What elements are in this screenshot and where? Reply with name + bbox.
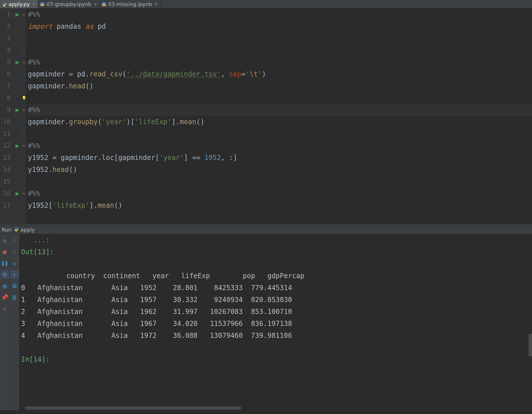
pause-icon[interactable]: ❚❚	[1, 260, 8, 267]
code-line[interactable]: #%%	[28, 104, 532, 116]
svg-point-9	[16, 230, 17, 231]
console-toolbar-right: ↑↓⇲⇱🖶🗑	[10, 234, 19, 410]
close-icon[interactable]: ×	[154, 2, 158, 7]
print-icon[interactable]: 🖶	[11, 282, 18, 289]
layout-icon[interactable]: ▤	[1, 282, 8, 289]
run-cell-icon[interactable]: ▶	[15, 106, 19, 113]
console-text	[21, 258, 532, 270]
run-cell-icon[interactable]: ▶	[15, 11, 19, 18]
close-icon[interactable]: ×	[93, 2, 97, 7]
import-icon[interactable]: ⇱	[11, 271, 18, 278]
pin-icon[interactable]: 📌	[1, 294, 8, 301]
code-line[interactable]: gapminder.head()	[28, 80, 532, 92]
fold-gutter: ⊟⊟⊟💡⊟⊟⊟⊟⊟	[22, 9, 26, 224]
run-cell-icon[interactable]: ▶	[15, 190, 19, 197]
fold-toggle-icon[interactable]: ⊟	[22, 140, 26, 152]
run-label: Run	[2, 227, 12, 233]
code-line[interactable]: import pandas as pd	[28, 20, 532, 32]
console-text: ...:	[21, 234, 532, 246]
fold-toggle-icon[interactable]: ⊟	[22, 56, 26, 68]
fold-end-icon: ⊟	[22, 44, 26, 56]
code-area[interactable]: #%%import pandas as pd#%%gapminder = pd.…	[26, 9, 532, 224]
arrow-down-icon[interactable]: ↓	[11, 248, 18, 255]
console-toolbar-left: ↻■❚❚⧉▤📌✕	[0, 234, 10, 410]
code-line[interactable]: gapminder.groupby('year')['lifeExp'].mea…	[28, 116, 532, 128]
code-line[interactable]: gapminder = pd.read_csv('../data/gapmind…	[28, 68, 532, 80]
tab-label: apply.py	[9, 1, 30, 7]
svg-text:ipy: ipy	[41, 3, 43, 5]
tab-label: 03-missing.ipynb	[108, 1, 152, 7]
svg-point-1	[5, 5, 5, 6]
fold-toggle-icon[interactable]: ⊟	[22, 104, 26, 116]
code-line[interactable]: y1952 = gapminder.loc[gapminder['year'] …	[28, 152, 532, 164]
code-line[interactable]	[28, 128, 532, 140]
vertical-scrollbar[interactable]	[529, 334, 532, 356]
console-text: 2 Afghanistan Asia 1962 31.997 10267083 …	[21, 306, 532, 318]
tab-label: 07-groupby.ipynb	[47, 1, 91, 7]
run-console: ↻■❚❚⧉▤📌✕ ↑↓⇲⇱🖶🗑 ...: Out[13]: country co…	[0, 234, 532, 410]
tab-apply-py[interactable]: apply.py ×	[0, 0, 38, 8]
horizontal-scrollbar[interactable]	[25, 406, 241, 410]
code-line[interactable]: #%%	[28, 56, 532, 68]
close-icon[interactable]: ✕	[1, 305, 8, 312]
notebook-file-icon: ipy	[40, 2, 45, 7]
python-file-icon	[2, 2, 7, 7]
python-file-icon	[14, 227, 18, 233]
fold-end-icon: ⊟	[22, 176, 26, 188]
svg-point-8	[15, 228, 16, 228]
tabs-bar: apply.py × ipy 07-groupby.ipynb × ipy 03…	[0, 0, 532, 9]
console-prompt: In[14]:	[21, 353, 532, 365]
code-line[interactable]: #%%	[28, 9, 532, 20]
fold-end-icon: ⊟	[22, 128, 26, 140]
run-tool-window-header[interactable]: Run apply	[0, 226, 532, 234]
console-output[interactable]: ...: Out[13]: country continent year lif…	[19, 234, 532, 410]
fold-toggle-icon[interactable]: ⊟	[22, 188, 26, 199]
tab-03-missing[interactable]: ipy 03-missing.ipynb ×	[100, 0, 161, 8]
code-editor[interactable]: 1234567891011121314151617 ▶▶▶▶▶ ⊟⊟⊟💡⊟⊟⊟⊟…	[0, 9, 532, 224]
trash-icon[interactable]: 🗑	[11, 294, 18, 301]
console-text: 0 Afghanistan Asia 1952 28.801 8425333 7…	[21, 282, 532, 294]
console-text: 1 Afghanistan Asia 1957 30.332 9240934 8…	[21, 294, 532, 306]
console-text: country continent year lifeExp pop gdpPe…	[21, 270, 532, 282]
run-script-name: apply	[21, 227, 35, 233]
code-line[interactable]	[28, 92, 532, 104]
fold-toggle-icon[interactable]: ⊟	[22, 9, 26, 20]
intention-bulb-icon[interactable]: 💡	[22, 96, 26, 100]
tab-07-groupby[interactable]: ipy 07-groupby.ipynb ×	[38, 0, 99, 8]
run-cell-icon[interactable]: ▶	[15, 59, 19, 66]
svg-point-0	[3, 3, 4, 3]
attach-icon[interactable]: ⧉	[1, 271, 8, 278]
svg-text:ipy: ipy	[103, 3, 105, 5]
stop-icon[interactable]: ■	[1, 248, 8, 255]
code-line[interactable]: #%%	[28, 140, 532, 152]
code-line[interactable]	[28, 44, 532, 56]
code-line[interactable]: y1952['lifeExp'].mean()	[28, 199, 532, 211]
rerun-icon[interactable]: ↻	[1, 237, 8, 244]
code-line[interactable]: #%%	[28, 188, 532, 199]
code-line[interactable]: y1952.head()	[28, 164, 532, 176]
console-text: 4 Afghanistan Asia 1972 36.088 13079460 …	[21, 330, 532, 342]
code-line[interactable]	[28, 176, 532, 188]
close-icon[interactable]: ×	[32, 2, 36, 7]
run-gutter: ▶▶▶▶▶	[13, 9, 22, 224]
run-cell-icon[interactable]: ▶	[15, 142, 19, 149]
export-icon[interactable]: ⇲	[11, 260, 18, 267]
svg-rect-6	[102, 5, 106, 6]
console-text: 3 Afghanistan Asia 1967 34.020 11537966 …	[21, 318, 532, 330]
console-prompt: Out[13]:	[21, 246, 532, 258]
console-text	[21, 342, 532, 353]
code-line[interactable]	[28, 32, 532, 44]
arrow-up-icon[interactable]: ↑	[11, 237, 18, 244]
line-number-gutter: 1234567891011121314151617	[0, 9, 13, 224]
notebook-file-icon: ipy	[101, 2, 107, 7]
svg-rect-3	[40, 5, 44, 6]
